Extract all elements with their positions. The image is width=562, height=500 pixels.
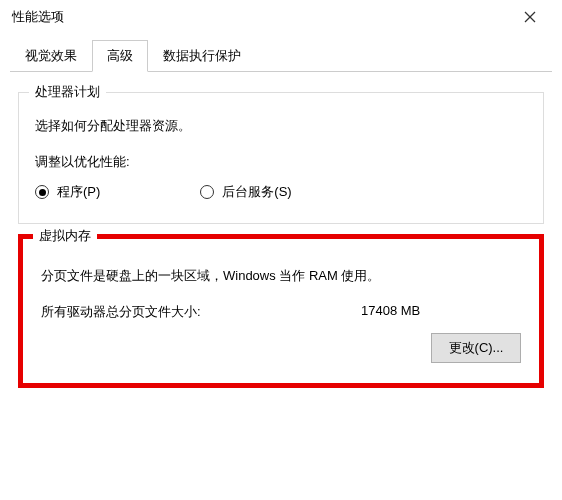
adjust-label: 调整以优化性能: (35, 153, 527, 171)
paging-size-row: 所有驱动器总分页文件大小: 17408 MB (41, 303, 521, 321)
window-title: 性能选项 (12, 8, 64, 26)
radio-circle-icon (200, 185, 214, 199)
processor-group-title: 处理器计划 (29, 83, 106, 101)
radio-programs-label: 程序(P) (57, 183, 100, 201)
processor-scheduling-group: 处理器计划 选择如何分配处理器资源。 调整以优化性能: 程序(P) 后台服务(S… (18, 92, 544, 224)
radio-programs[interactable]: 程序(P) (35, 183, 100, 201)
radio-row: 程序(P) 后台服务(S) (35, 183, 527, 201)
close-icon (524, 11, 536, 23)
titlebar: 性能选项 (0, 0, 562, 32)
change-button[interactable]: 更改(C)... (431, 333, 521, 363)
virtual-memory-group: 虚拟内存 分页文件是硬盘上的一块区域，Windows 当作 RAM 使用。 所有… (18, 234, 544, 388)
paging-size-value: 17408 MB (361, 303, 521, 321)
button-row: 更改(C)... (41, 333, 521, 363)
virtual-memory-group-title: 虚拟内存 (33, 227, 97, 245)
tab-bar: 视觉效果 高级 数据执行保护 (0, 32, 562, 72)
tab-content: 处理器计划 选择如何分配处理器资源。 调整以优化性能: 程序(P) 后台服务(S… (0, 72, 562, 398)
virtual-memory-description: 分页文件是硬盘上的一块区域，Windows 当作 RAM 使用。 (41, 267, 521, 285)
tab-dep[interactable]: 数据执行保护 (148, 40, 256, 72)
paging-size-label: 所有驱动器总分页文件大小: (41, 303, 361, 321)
radio-background-label: 后台服务(S) (222, 183, 291, 201)
radio-circle-icon (35, 185, 49, 199)
radio-background-services[interactable]: 后台服务(S) (200, 183, 291, 201)
processor-description: 选择如何分配处理器资源。 (35, 117, 527, 135)
tab-advanced[interactable]: 高级 (92, 40, 148, 72)
close-button[interactable] (510, 3, 550, 31)
tab-visual-effects[interactable]: 视觉效果 (10, 40, 92, 72)
